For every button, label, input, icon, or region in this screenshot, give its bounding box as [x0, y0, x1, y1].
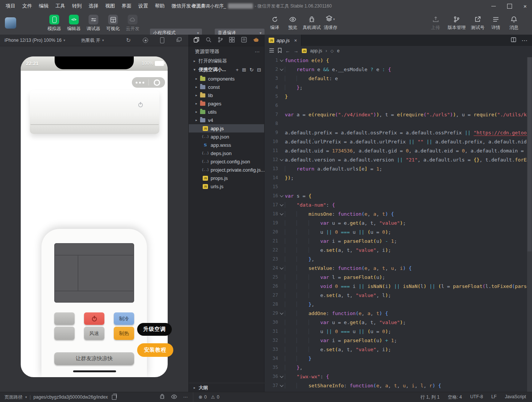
menu-item[interactable]: 转到 [69, 0, 85, 12]
extensions-icon[interactable] [229, 37, 235, 44]
bookmark-icon[interactable] [278, 48, 282, 54]
clear-cache-button[interactable]: ▾ 清缓存 [321, 15, 339, 31]
code-line-24[interactable]: 24 setValue: function(e, a, t, u, i) { [264, 263, 527, 273]
code-line-28[interactable]: 28 }, [264, 300, 527, 309]
collapse-all-icon[interactable]: ⊟ [257, 67, 261, 73]
tree-folder-v4[interactable]: ▸v4 [189, 116, 264, 124]
version-control-button[interactable]: 版本管理 [445, 15, 469, 31]
fold-chevron-icon[interactable] [278, 195, 285, 197]
project-section[interactable]: ▾ 便携空调小... + ⊞ ↻ ⊟ [189, 65, 264, 74]
remote-fan-button[interactable]: 风速 [84, 327, 104, 340]
device-frame-icon[interactable] [160, 37, 164, 43]
code-line-34[interactable]: 34 } [264, 354, 527, 363]
warning-icon[interactable]: ⚠ [211, 394, 215, 400]
menu-item[interactable]: 视图 [102, 0, 118, 12]
code-line-30[interactable]: 30 var u = e.get(a, t, "value"); [264, 318, 527, 327]
preview-button[interactable]: 预览 [284, 15, 302, 31]
fold-chevron-icon[interactable] [278, 384, 285, 387]
message-button[interactable]: 消息 [505, 15, 523, 31]
device-selector[interactable]: iPhone 12/13 (Pro) 100% 16 [5, 38, 61, 43]
npm-icon[interactable] [241, 37, 247, 44]
menu-item[interactable]: 项目 [2, 0, 19, 12]
detail-button[interactable]: 详情 [487, 15, 505, 31]
code-line-26[interactable]: 26 void 0 === i || isNaN(i) || isNaN(l) … [264, 282, 527, 291]
remote-blank-button-1[interactable] [54, 312, 75, 325]
menu-item[interactable]: 编辑 [35, 0, 52, 12]
tree-folder-const[interactable]: ▸const [189, 83, 264, 91]
tree-folder-components[interactable]: ▸components [189, 75, 264, 83]
statusbar-segment[interactable]: 空格: 4 [448, 394, 462, 400]
code-line-14[interactable]: 14}); [264, 173, 527, 182]
close-window-icon[interactable]: × [523, 3, 527, 9]
fold-chevron-icon[interactable] [278, 213, 285, 215]
code-line-3[interactable]: 3 default: e [264, 74, 527, 83]
fold-chevron-icon[interactable] [278, 204, 285, 206]
multi-window-icon[interactable] [176, 37, 182, 43]
code-line-13[interactable]: 13 return a.default.urls[e] = 1; [264, 164, 527, 173]
tree-file-app-json[interactable]: {..}app.json [189, 132, 264, 141]
nav-back-icon[interactable]: ← [285, 48, 290, 54]
tree-file-urls-js[interactable]: JSurls.js [189, 182, 264, 190]
explorer-more-icon[interactable]: ⋯ [255, 49, 260, 55]
fold-chevron-icon[interactable] [278, 375, 285, 378]
code-line-19[interactable]: 19 var u = e.get(a, t, "value"); [264, 218, 527, 227]
page-path-label[interactable]: 页面路径 [5, 394, 23, 400]
remote-heat-button[interactable]: 制热 [114, 327, 134, 340]
visualize-toggle-button[interactable]: 可视化 [104, 15, 122, 32]
device-debug-button[interactable]: 真机调试 [302, 15, 321, 31]
code-line-22[interactable]: 22 e.set(a, t, "value", i); [264, 245, 527, 254]
teapot-icon[interactable] [253, 37, 259, 44]
menu-item[interactable]: 界面 [118, 0, 135, 12]
code-line-6[interactable]: 6 [264, 101, 527, 110]
statusbar-segment[interactable]: UTF-8 [470, 394, 483, 400]
code-line-8[interactable]: 8 [264, 119, 527, 128]
code-line-17[interactable]: 17 "data-num": { [264, 200, 527, 209]
tree-file-project-private-config-js-[interactable]: {..}project.private.config.js... [189, 166, 264, 174]
files-icon[interactable] [194, 37, 199, 44]
fold-chevron-icon[interactable] [278, 59, 285, 62]
nav-forward-icon[interactable]: → [294, 48, 298, 54]
menu-item[interactable]: 工具 [52, 0, 69, 12]
open-editors-section[interactable]: ▸ 打开的编辑器 [189, 57, 264, 65]
upload-button[interactable]: 上传 [427, 15, 445, 31]
tree-file-app-js[interactable]: JSapp.js [189, 124, 264, 132]
status-more-icon[interactable]: ⋯ [183, 394, 188, 400]
fold-chevron-icon[interactable] [278, 267, 285, 270]
new-file-icon[interactable]: + [236, 67, 239, 73]
statusbar-segment[interactable]: 行 1, 列 1 [420, 394, 440, 400]
tree-file-props-js[interactable]: JSprops.js [189, 174, 264, 182]
miniprogram-capsule[interactable] [132, 77, 165, 88]
menu-item[interactable]: 选择 [85, 0, 102, 12]
code-line-32[interactable]: 32 var i = parseFloat(u) + 1; [264, 336, 527, 345]
copy-path-icon[interactable] [112, 395, 116, 400]
debugger-toggle-button[interactable]: 调试器 [84, 15, 102, 32]
tab-app-js[interactable]: JS app.js × [264, 35, 301, 46]
new-folder-icon[interactable]: ⊞ [242, 67, 246, 73]
code-line-23[interactable]: 23 }, [264, 254, 527, 263]
code-area[interactable]: ... 1function e(e) {2 return e && e.__es… [264, 56, 527, 392]
install-tutorial-button[interactable]: 安装教程 [137, 343, 173, 357]
error-icon[interactable]: ⊗ [199, 394, 202, 400]
test-account-button[interactable]: 测试号 [469, 15, 487, 31]
fold-chevron-icon[interactable] [278, 158, 285, 161]
editor-toggle-button[interactable]: </> 编辑器 [65, 15, 83, 32]
code-line-18[interactable]: 18 minusOne: function(e, a, t) { [264, 209, 527, 218]
remote-blank-button-2[interactable] [54, 327, 75, 340]
upgrade-ac-button[interactable]: 升级空调 [137, 323, 172, 336]
capsule-close-icon[interactable] [149, 79, 165, 86]
statusbar-segment[interactable]: LF [491, 394, 497, 400]
menu-item[interactable]: 帮助 [151, 0, 168, 12]
editor-scrollbar[interactable] [527, 57, 532, 392]
code-line-27[interactable]: 27 e.set(a, t, "value", l); [264, 291, 527, 300]
restart-sim-icon[interactable]: ↻ [126, 37, 131, 44]
minimize-icon[interactable] [491, 6, 496, 6]
remote-power-button[interactable] [84, 312, 104, 325]
code-line-16[interactable]: 16var s = { [264, 191, 527, 200]
code-line-20[interactable]: 20 u || 0 === u || (u = 0); [264, 227, 527, 236]
tree-file-app-wxss[interactable]: Sapp.wxss [189, 141, 264, 149]
hot-reload-toggle[interactable]: 热重载 开 [81, 37, 100, 44]
code-line-5[interactable]: 5} [264, 92, 527, 101]
breadcrumb-file[interactable]: app.js [310, 48, 322, 53]
breadcrumb-symbol[interactable]: e [337, 48, 340, 53]
split-editor-icon[interactable] [511, 37, 516, 44]
